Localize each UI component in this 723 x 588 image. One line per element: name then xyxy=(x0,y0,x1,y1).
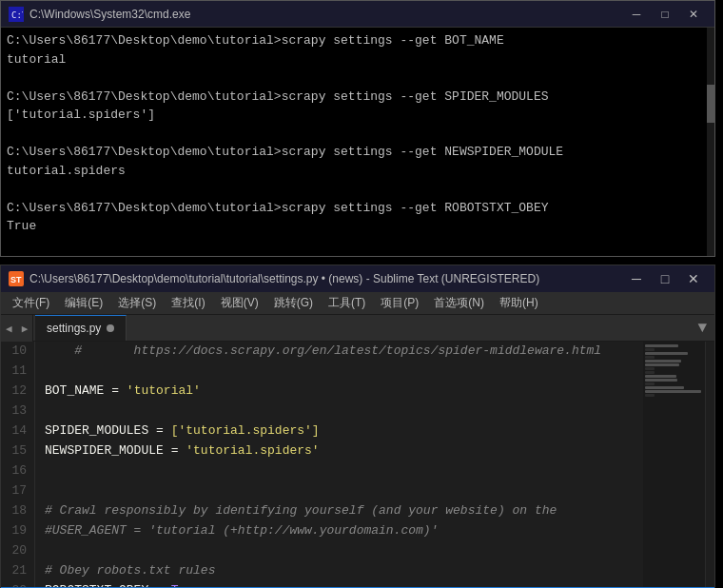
cmd-scrollbar[interactable] xyxy=(707,28,714,256)
line-number: 22 xyxy=(7,581,27,587)
tab-right-arrow[interactable]: ▼ xyxy=(690,315,714,342)
cmd-line: tutorial xyxy=(7,50,709,69)
code-token: ['tutorial.spiders'] xyxy=(171,421,320,441)
tab-nav-buttons: ◀ ▶ xyxy=(1,315,33,342)
code-token: BOT_NAME xyxy=(45,382,104,402)
tab-nav-prev[interactable]: ◀ xyxy=(1,315,17,342)
cmd-line: ['tutorial.spiders'] xyxy=(7,106,709,125)
code-line: BOT_NAME = 'tutorial' xyxy=(45,382,643,402)
cmd-line: C:\Users\86177\Desktop\demo\tutorial>scr… xyxy=(7,199,709,218)
line-number: 10 xyxy=(7,342,27,362)
code-token: NEWSPIDER_MODULE xyxy=(45,441,164,461)
code-token: 'tutorial.spiders' xyxy=(186,441,319,461)
cmd-line: C:\Users\86177\Desktop\demo\tutorial>scr… xyxy=(7,88,709,107)
cmd-minimize-button[interactable]: ─ xyxy=(623,5,650,24)
code-token: #USER_AGENT = 'tutorial (+http://www.you… xyxy=(45,521,438,541)
cmd-line: tutorial.spiders xyxy=(7,162,709,181)
code-token: True xyxy=(171,581,201,587)
code-token: # Crawl responsibly by identifying yours… xyxy=(45,501,557,521)
menu-item[interactable]: 编辑(E) xyxy=(57,293,110,313)
cmd-content: C:\Users\86177\Desktop\demo\tutorial>scr… xyxy=(1,28,714,256)
svg-text:C:\: C:\ xyxy=(11,10,23,20)
sublime-app-icon: ST xyxy=(9,271,24,286)
sublime-window: ST C:\Users\86177\Desktop\demo\tutorial\… xyxy=(0,265,715,588)
cmd-line: C:\Users\86177\Desktop\demo\tutorial> xyxy=(7,254,709,256)
tab-filename: settings.py xyxy=(47,322,101,335)
line-number: 19 xyxy=(7,521,27,541)
minimap-line xyxy=(645,344,678,347)
minimap-line xyxy=(645,367,655,370)
cmd-line: C:\Users\86177\Desktop\demo\tutorial>scr… xyxy=(7,31,709,50)
minimap-line xyxy=(645,363,679,366)
minimap-line xyxy=(645,375,676,378)
sublime-titlebar: ST C:\Users\86177\Desktop\demo\tutorial\… xyxy=(1,265,714,292)
menu-item[interactable]: 查找(I) xyxy=(164,293,212,313)
code-token: ROBOTSTXT_OBEY xyxy=(45,581,148,587)
sublime-close-button[interactable]: ✕ xyxy=(680,269,707,288)
sublime-window-controls: ─ □ ✕ xyxy=(623,269,707,288)
line-number: 14 xyxy=(7,421,27,441)
code-line: # Obey robots.txt rules xyxy=(45,561,643,581)
tab-nav-next[interactable]: ▶ xyxy=(17,315,33,342)
sublime-maximize-button[interactable]: □ xyxy=(652,269,678,288)
code-area[interactable]: # https://docs.scrapy.org/en/latest/topi… xyxy=(35,342,643,587)
line-number: 17 xyxy=(7,481,27,501)
sublime-title: C:\Users\86177\Desktop\demo\tutorial\tut… xyxy=(29,272,539,285)
menu-item[interactable]: 首选项(N) xyxy=(426,293,492,313)
line-number: 21 xyxy=(7,561,27,581)
line-number: 16 xyxy=(7,461,27,481)
minimap-line xyxy=(645,356,655,359)
menu-item[interactable]: 文件(F) xyxy=(5,293,57,313)
code-token: SPIDER_MODULES xyxy=(45,421,148,441)
cmd-line: True xyxy=(7,217,709,236)
code-line: # https://docs.scrapy.org/en/latest/topi… xyxy=(45,342,643,362)
menu-item[interactable]: 选择(S) xyxy=(110,293,164,313)
line-number: 15 xyxy=(7,441,27,461)
sublime-menubar: 文件(F)编辑(E)选择(S)查找(I)视图(V)跳转(G)工具(T)项目(P)… xyxy=(1,292,714,315)
cmd-scrollbar-thumb xyxy=(707,85,714,123)
cmd-title: C:\Windows\System32\cmd.exe xyxy=(29,8,190,21)
code-line: SPIDER_MODULES = ['tutorial.spiders'] xyxy=(45,421,643,441)
minimap-line xyxy=(645,390,701,393)
cmd-titlebar: C:\ C:\Windows\System32\cmd.exe ─ □ ✕ xyxy=(1,1,714,28)
cmd-titlebar-left: C:\ C:\Windows\System32\cmd.exe xyxy=(9,7,190,22)
code-token: 'tutorial' xyxy=(127,382,201,402)
cmd-line xyxy=(7,125,709,144)
cmd-window: C:\ C:\Windows\System32\cmd.exe ─ □ ✕ C:… xyxy=(0,0,715,257)
code-line xyxy=(45,461,643,481)
code-line: ROBOTSTXT_OBEY = True xyxy=(45,581,643,587)
cmd-maximize-button[interactable]: □ xyxy=(652,5,678,24)
cmd-line xyxy=(7,69,709,88)
minimap-content xyxy=(643,342,705,400)
minimap-line xyxy=(645,360,681,363)
line-number: 13 xyxy=(7,402,27,421)
tab-settings-py[interactable]: settings.py xyxy=(35,315,127,341)
sublime-tabbar: ◀ ▶ settings.py ▼ xyxy=(1,315,714,342)
code-token: = xyxy=(148,581,170,587)
minimap-line xyxy=(645,379,677,382)
line-number: 12 xyxy=(7,382,27,402)
minimap-line xyxy=(645,348,655,351)
code-token: # https://docs.scrapy.org/en/latest/topi… xyxy=(45,342,601,362)
code-line: # Crawl responsibly by identifying yours… xyxy=(45,501,643,521)
menu-item[interactable]: 视图(V) xyxy=(213,293,266,313)
minimap-line xyxy=(645,382,655,385)
menu-item[interactable]: 帮助(H) xyxy=(492,293,546,313)
code-line xyxy=(45,362,643,382)
cmd-line xyxy=(7,236,709,255)
sublime-minimap xyxy=(643,342,705,587)
line-number: 11 xyxy=(7,362,27,382)
cmd-line: C:\Users\86177\Desktop\demo\tutorial>scr… xyxy=(7,143,709,162)
code-token: = xyxy=(164,441,186,461)
sublime-minimize-button[interactable]: ─ xyxy=(623,269,650,288)
minimap-line xyxy=(645,371,655,374)
cmd-close-button[interactable]: ✕ xyxy=(680,5,707,24)
menu-item[interactable]: 跳转(G) xyxy=(266,293,321,313)
code-token: = xyxy=(104,382,126,402)
line-number: 20 xyxy=(7,541,27,561)
menu-item[interactable]: 工具(T) xyxy=(321,293,373,313)
menu-item[interactable]: 项目(P) xyxy=(373,293,426,313)
cmd-icon: C:\ xyxy=(9,7,24,22)
sublime-scrollbar[interactable] xyxy=(705,342,714,587)
sublime-editor: 1011121314151617181920212223 # https://d… xyxy=(1,342,714,587)
